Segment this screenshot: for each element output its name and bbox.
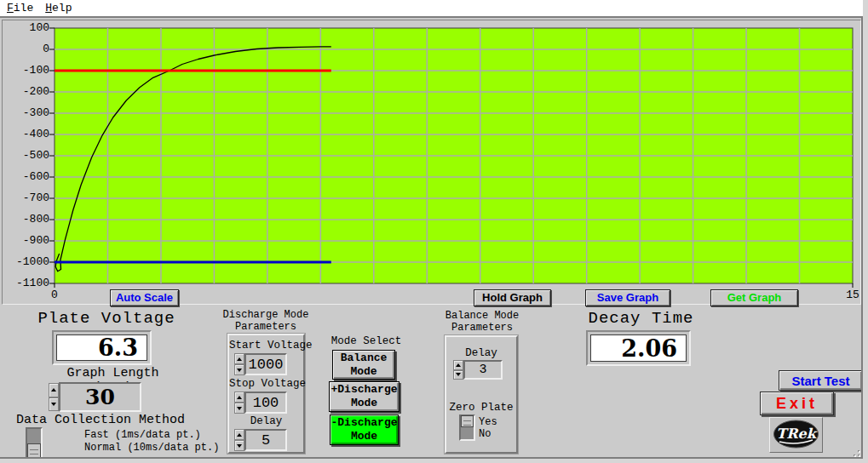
y-tick-label: -200 [3,85,49,99]
decay-time-title: Decay Time [588,309,694,328]
discharge-params-title: Discharge Mode Parameters [220,309,312,333]
start-voltage-label: Start Voltage [229,340,303,352]
zero-plate-label: Zero Plate [446,402,516,414]
balance-delay-decrement-button[interactable] [453,370,463,380]
balance-delay-field[interactable]: 3 [463,360,503,380]
graph-length-field[interactable]: 30 [59,382,141,412]
decay-time-display: 2.06 [586,330,691,366]
y-tick-label: -100 [3,64,49,77]
y-tick-label: 100 [3,21,49,35]
auto-scale-button[interactable]: Auto Scale [110,289,179,306]
stop-voltage-field[interactable]: 100 [244,392,287,414]
hold-graph-button[interactable]: Hold Graph [474,289,551,306]
stop-voltage-spinner [234,392,244,414]
stop-voltage-label: Stop Voltage [229,378,303,390]
discharge-delay-field[interactable]: 5 [244,429,287,451]
window-border-right [863,0,868,463]
save-graph-button[interactable]: Save Graph [585,289,670,306]
balance-mode-button[interactable]: Balance Mode [332,350,395,380]
window-border-bottom [0,459,863,463]
y-tick-label: -800 [3,213,49,226]
discharge-delay-spinner [234,429,244,451]
menu-file[interactable]: File [7,2,33,14]
discharge-delay-label: Delay [229,415,303,427]
discharge-params-panel: Start Voltage 1000 Stop Voltage 100 Dela… [227,334,305,454]
trek-logo-icon: TRek [772,419,820,451]
start-voltage-decrement-button[interactable] [234,364,244,375]
graph-length-increment-button[interactable] [49,383,59,397]
balance-mode-button-line1: Balance [341,352,388,365]
balance-params-panel: Delay 3 Zero Plate Yes No [445,335,518,454]
y-tick-label: -300 [3,106,49,120]
negative-discharge-button-line2: Mode [351,430,377,443]
start-voltage-increment-button[interactable] [234,353,244,364]
graph-length-decrement-button[interactable] [49,397,59,412]
balance-delay-label: Delay [446,347,516,359]
discharge-delay-decrement-button[interactable] [234,440,244,451]
balance-delay-increment-button[interactable] [453,360,463,370]
positive-discharge-button-line2: Mode [351,397,377,410]
balance-delay-spinner [453,360,463,380]
positive-discharge-mode-button[interactable]: +Discharge Mode [329,381,400,412]
discharge-delay-increment-button[interactable] [234,429,244,440]
menu-file-label: ile [14,2,33,14]
data-collection-option-fast: Fast (1ms/data pt.) [84,429,201,441]
graph-panel: 1000-100-200-300-400-500-600-700-800-900… [2,20,861,305]
data-collection-method-label: Data Collection Method [2,413,199,427]
plate-voltage-display: 6.3 [52,330,152,365]
start-test-button[interactable]: Start Test [779,370,863,391]
zero-plate-switch-knob[interactable] [461,415,474,427]
mode-select-label: Mode Select [327,335,405,347]
zero-plate-option-yes: Yes [479,416,497,428]
data-collection-option-normal: Normal (10ms/data pt.) [84,442,219,454]
data-collection-switch-knob[interactable] [27,443,41,458]
y-tick-label: -1000 [3,255,49,269]
menu-help-label: elp [52,2,72,14]
start-voltage-field[interactable]: 1000 [244,353,287,375]
y-tick-label: -400 [3,128,49,141]
y-tick-label: 0 [3,43,49,56]
x-tick-label: 0 [46,289,63,301]
menu-bar: File Help [0,0,868,18]
start-voltage-spinner [234,353,244,375]
menu-help[interactable]: Help [45,2,72,14]
x-tick-label: 15 [844,289,861,301]
get-graph-button[interactable]: Get Graph [710,289,798,306]
negative-discharge-mode-button[interactable]: -Discharge Mode [330,414,399,445]
y-tick-label: -900 [3,234,49,248]
negative-discharge-button-line1: -Discharge [331,416,397,430]
stop-voltage-decrement-button[interactable] [234,403,244,414]
graph-length-spinner [49,383,59,411]
menu-help-accesskey: H [45,2,52,14]
app-window: { "menu": { "items": [ { "key": "F", "re… [0,0,868,463]
y-tick-label: -600 [3,170,49,184]
y-tick-label: -500 [3,149,49,163]
menu-file-accesskey: F [7,2,14,14]
zero-plate-option-no: No [479,428,491,440]
balance-params-title: Balance Mode Parameters [443,310,521,334]
positive-discharge-button-line1: +Discharge [331,383,397,397]
plate-voltage-value: 6.3 [56,334,147,361]
stop-voltage-increment-button[interactable] [234,392,244,403]
zero-plate-switch[interactable] [459,414,475,441]
chart-canvas [3,20,860,304]
exit-button[interactable]: Exit [760,392,834,415]
y-tick-label: -700 [3,191,49,205]
decay-time-value: 2.06 [590,334,687,362]
y-tick-label: -1100 [3,277,49,290]
trek-logo-button[interactable]: TRek [769,417,823,453]
trek-logo-text: TRek [776,426,817,442]
data-collection-method-switch[interactable] [26,427,43,459]
balance-mode-button-line2: Mode [350,365,377,379]
plate-voltage-title: Plate Voltage [30,309,183,328]
